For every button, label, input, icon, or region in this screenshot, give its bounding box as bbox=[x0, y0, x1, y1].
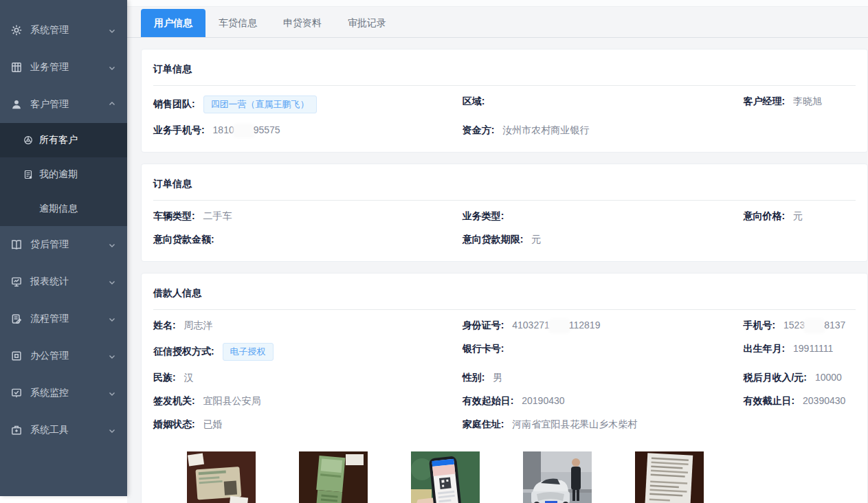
field-label: 银行卡号: bbox=[463, 343, 504, 354]
field-id-number: 身份证号: 4103271112819 bbox=[463, 314, 744, 337]
card-title: 订单信息 bbox=[153, 59, 856, 86]
id-card-photo-thumbnail bbox=[187, 451, 256, 503]
field-marital-status: 婚姻状态: 已婚 bbox=[153, 413, 463, 436]
sidebar-item-label: 逾期信息 bbox=[39, 203, 78, 215]
field-value: 二手车 bbox=[203, 210, 232, 221]
tab-user-info[interactable]: 用户信息 bbox=[141, 9, 205, 37]
field-empty bbox=[743, 119, 856, 142]
sidebar-item-system-monitor[interactable]: 系统监控 bbox=[0, 375, 127, 412]
top-strip bbox=[127, 0, 868, 7]
photo-drivers-license[interactable]: 驾驶证原件 bbox=[299, 451, 368, 503]
field-label: 婚姻状态: bbox=[153, 418, 195, 429]
field-label: 有效起始日: bbox=[463, 395, 514, 406]
sales-team-tag[interactable]: 四团一营（直属王鹏飞） bbox=[203, 96, 317, 113]
main-content: 用户信息 车贷信息 申贷资料 审批记录 订单信息 销售团队: 四团一营（直属王鹏… bbox=[127, 0, 868, 503]
photo-credit-report[interactable]: 征信报告 bbox=[411, 451, 480, 503]
field-label: 家庭住址: bbox=[463, 418, 504, 429]
field-label: 出生年月: bbox=[743, 343, 785, 354]
sidebar-item-system-tools[interactable]: 系统工具 bbox=[0, 412, 127, 449]
field-value: 周志洋 bbox=[184, 320, 213, 331]
app: 系统管理 业务管理 bbox=[0, 0, 868, 503]
sidebar: 系统管理 业务管理 bbox=[0, 0, 127, 496]
sidebar-item-label: 办公管理 bbox=[30, 350, 69, 362]
field-label: 征信授权方式: bbox=[153, 346, 214, 357]
redaction-blur bbox=[235, 126, 253, 136]
sidebar-item-business-management[interactable]: 业务管理 bbox=[0, 49, 127, 86]
tab-bar: 用户信息 车贷信息 申贷资料 审批记录 bbox=[127, 7, 868, 38]
field-value: 汝州市农村商业银行 bbox=[502, 124, 589, 135]
field-bank-card: 银行卡号: bbox=[463, 337, 744, 366]
field-region: 区域: bbox=[463, 90, 744, 119]
photo-id-card[interactable]: 身份证 bbox=[187, 451, 256, 503]
field-birth: 出生年月: 19911111 bbox=[743, 337, 856, 366]
credit-report-photo-thumbnail bbox=[411, 451, 480, 503]
tab-approval-records[interactable]: 审批记录 bbox=[335, 9, 399, 37]
field-label: 性别: bbox=[463, 372, 485, 383]
photo-person-with-car[interactable]: 人车合影 bbox=[523, 451, 592, 503]
field-monthly-income: 税后月收入/元: 10000 bbox=[743, 366, 856, 390]
field-ethnicity: 民族: 汉 bbox=[153, 366, 463, 390]
field-empty bbox=[743, 413, 856, 436]
grid-icon bbox=[10, 61, 23, 74]
paper-document-photo-thumbnail bbox=[635, 451, 704, 503]
field-label: 身份证号: bbox=[463, 320, 504, 331]
book-icon bbox=[10, 238, 23, 251]
redaction-blur bbox=[805, 321, 823, 331]
field-label: 车辆类型: bbox=[153, 210, 195, 221]
field-label: 签发机关: bbox=[153, 395, 195, 406]
field-credit-auth: 征信授权方式: 电子授权 bbox=[153, 337, 463, 366]
order-info-card-2: 订单信息 车辆类型: 二手车 业务类型: 意向价格: 元 bbox=[141, 164, 868, 262]
clipboard-icon bbox=[10, 313, 23, 325]
chevron-down-icon bbox=[108, 352, 116, 360]
credit-auth-tag[interactable]: 电子授权 bbox=[223, 343, 274, 361]
tab-car-loan-info[interactable]: 车贷信息 bbox=[205, 9, 270, 37]
sidebar-item-label: 流程管理 bbox=[30, 313, 69, 325]
field-business-type: 业务类型: bbox=[463, 205, 744, 228]
field-valid-to: 有效截止日: 20390430 bbox=[743, 390, 856, 413]
field-value: 李晓旭 bbox=[793, 96, 822, 107]
sidebar-item-customer-management[interactable]: 客户管理 bbox=[0, 86, 127, 123]
field-value: 元 bbox=[531, 234, 541, 245]
tab-loan-application-materials[interactable]: 申贷资料 bbox=[270, 9, 335, 37]
monitor-icon bbox=[10, 276, 23, 288]
redaction-blur bbox=[550, 321, 568, 331]
field-value: 宜阳县公安局 bbox=[203, 395, 261, 406]
sidebar-item-postloan-management[interactable]: 贷后管理 bbox=[0, 226, 127, 263]
borrower-info-card: 借款人信息 姓名: 周志洋 身份证号: 4103271112819 手机号: 1… bbox=[141, 273, 868, 503]
field-value: 10000 bbox=[815, 372, 842, 383]
sidebar-item-overdue-info[interactable]: 逾期信息 bbox=[0, 192, 127, 226]
field-intent-price: 意向价格: 元 bbox=[743, 205, 856, 228]
field-gender: 性别: 男 bbox=[463, 366, 744, 390]
sidebar-item-label: 客户管理 bbox=[30, 98, 69, 111]
sidebar-item-my-overdue[interactable]: 我的逾期 bbox=[0, 157, 127, 192]
chevron-down-icon bbox=[108, 26, 116, 34]
office-icon bbox=[10, 350, 23, 362]
photo-other-materials[interactable]: 其他材料 bbox=[635, 451, 704, 503]
chevron-up-icon bbox=[108, 100, 116, 109]
field-value: 20190430 bbox=[522, 395, 564, 406]
toolbox-icon bbox=[10, 424, 23, 436]
chevron-down-icon bbox=[108, 278, 116, 286]
field-value: 19911111 bbox=[793, 343, 833, 354]
field-label: 手机号: bbox=[743, 320, 775, 331]
field-value: 15238137 bbox=[783, 320, 845, 331]
sidebar-item-process-management[interactable]: 流程管理 bbox=[0, 300, 127, 337]
sidebar-item-system-management[interactable]: 系统管理 bbox=[0, 12, 127, 49]
field-value: 汉 bbox=[184, 372, 194, 383]
field-account-manager: 客户经理: 李晓旭 bbox=[743, 90, 856, 119]
sidebar-item-report-statistics[interactable]: 报表统计 bbox=[0, 263, 127, 300]
monitor-check-icon bbox=[10, 387, 23, 399]
field-label: 意向价格: bbox=[743, 210, 785, 221]
field-label: 业务手机号: bbox=[153, 124, 205, 135]
sidebar-item-all-customers[interactable]: 所有客户 bbox=[0, 123, 127, 157]
sidebar-item-office-management[interactable]: 办公管理 bbox=[0, 337, 127, 375]
field-home-address: 家庭住址: 河南省宜阳县花果山乡木柴村 bbox=[463, 413, 744, 436]
field-value: 男 bbox=[493, 372, 502, 383]
wheel-icon bbox=[23, 135, 34, 146]
field-label: 区域: bbox=[463, 96, 485, 107]
sidebar-item-label: 报表统计 bbox=[30, 276, 69, 288]
customer-submenu: 所有客户 我的逾期 逾期信息 bbox=[0, 123, 127, 226]
person-with-car-photo-thumbnail bbox=[523, 451, 592, 503]
field-label: 资金方: bbox=[463, 124, 495, 135]
field-label: 销售团队: bbox=[153, 98, 195, 109]
